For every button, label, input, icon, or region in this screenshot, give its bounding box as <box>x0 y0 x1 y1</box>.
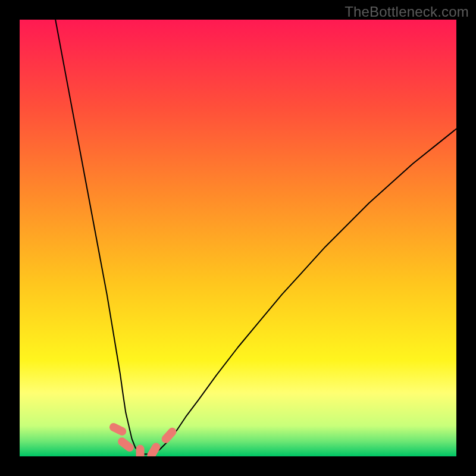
watermark-text: TheBottleneck.com <box>345 4 469 20</box>
gradient-background <box>20 20 456 456</box>
curve-marker <box>136 445 145 456</box>
bottleneck-chart <box>20 20 456 456</box>
outer-frame: TheBottleneck.com <box>0 0 476 476</box>
